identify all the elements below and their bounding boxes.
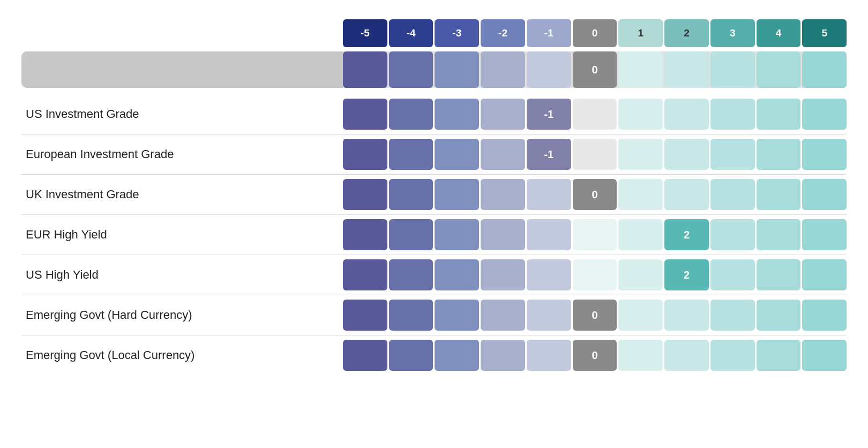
cell-pos--4 — [389, 99, 433, 130]
cell-pos-2: 2 — [664, 259, 709, 290]
cell-pos-0 — [573, 139, 617, 170]
row-label-0: US Investment Grade — [21, 107, 343, 121]
cell-pos-1 — [618, 139, 663, 170]
row-label-2: UK Investment Grade — [21, 188, 343, 201]
data-rows-container: US Investment Grade-1European Investment… — [21, 94, 847, 375]
cell-pos-1 — [618, 51, 663, 88]
row-cells-6: 0 — [343, 340, 847, 371]
row-cells-2: 0 — [343, 179, 847, 210]
cell-pos-4 — [757, 51, 801, 88]
total-row-cells: 0 — [343, 51, 847, 88]
cell-pos-0: 0 — [573, 340, 617, 371]
cell-pos-4 — [757, 300, 801, 331]
cell-pos--3 — [435, 300, 479, 331]
cell-pos--5 — [343, 300, 387, 331]
row-label-3: EUR High Yield — [21, 228, 343, 242]
scale-cell-5: 5 — [802, 19, 847, 47]
cell-pos--1 — [527, 340, 571, 371]
data-row-4: US High Yield2 — [21, 255, 847, 295]
data-row-2: UK Investment Grade0 — [21, 174, 847, 214]
cell-pos--5 — [343, 99, 387, 130]
cell-pos-3 — [710, 300, 755, 331]
cell-pos-5 — [802, 259, 847, 290]
cell-pos-1 — [618, 99, 663, 130]
cell-pos--3 — [435, 99, 479, 130]
cell-pos--4 — [389, 51, 433, 88]
cell-pos-5 — [802, 300, 847, 331]
cell-pos--2 — [481, 51, 525, 88]
cell-pos-0: 0 — [573, 51, 617, 88]
cell-pos--4 — [389, 139, 433, 170]
cell-pos-1 — [618, 340, 663, 371]
cell-pos-3 — [710, 219, 755, 250]
cell-pos-4 — [757, 179, 801, 210]
cell-pos--3 — [435, 219, 479, 250]
cell-pos--1 — [527, 179, 571, 210]
cell-pos-4 — [757, 259, 801, 290]
cell-pos--1 — [527, 51, 571, 88]
cell-pos-3 — [710, 259, 755, 290]
cell-pos--2 — [481, 99, 525, 130]
cell-pos-2 — [664, 51, 709, 88]
cell-pos-0: 0 — [573, 179, 617, 210]
cell-pos--4 — [389, 179, 433, 210]
chart-container: -5-4-3-2-1012345 0 US Investment Grade-1… — [21, 16, 847, 375]
cell-pos--4 — [389, 219, 433, 250]
scale-row: -5-4-3-2-1012345 — [21, 19, 847, 47]
cell-pos--5 — [343, 179, 387, 210]
cell-pos--1: -1 — [527, 139, 571, 170]
total-row-label — [21, 51, 343, 88]
cell-pos-3 — [710, 179, 755, 210]
cell-pos-4 — [757, 99, 801, 130]
data-row-0: US Investment Grade-1 — [21, 94, 847, 134]
cell-pos-4 — [757, 340, 801, 371]
cell-pos-1 — [618, 259, 663, 290]
scale-cell--2: -2 — [481, 19, 525, 47]
cell-pos--2 — [481, 219, 525, 250]
cell-pos--3 — [435, 51, 479, 88]
cell-pos-2 — [664, 139, 709, 170]
cell-pos-3 — [710, 99, 755, 130]
row-cells-3: 2 — [343, 219, 847, 250]
cell-pos--5 — [343, 139, 387, 170]
cell-pos--3 — [435, 340, 479, 371]
scale-cell-2: 2 — [664, 19, 709, 47]
cell-pos-3 — [710, 51, 755, 88]
cell-pos--1 — [527, 219, 571, 250]
cell-pos--1 — [527, 300, 571, 331]
cell-pos-2 — [664, 99, 709, 130]
cell-pos-4 — [757, 139, 801, 170]
scale-cell-0: 0 — [573, 19, 617, 47]
cell-pos-0: 0 — [573, 300, 617, 331]
cell-pos-2 — [664, 340, 709, 371]
data-row-3: EUR High Yield2 — [21, 214, 847, 255]
cell-pos--2 — [481, 259, 525, 290]
cell-pos-5 — [802, 99, 847, 130]
row-label-4: US High Yield — [21, 268, 343, 282]
cell-pos--3 — [435, 139, 479, 170]
cell-pos-1 — [618, 300, 663, 331]
cell-pos--1 — [527, 259, 571, 290]
cell-pos-2: 2 — [664, 219, 709, 250]
data-rows: 0 US Investment Grade-1European Investme… — [21, 51, 847, 375]
cell-pos-3 — [710, 340, 755, 371]
row-label-1: European Investment Grade — [21, 147, 343, 161]
scale-cells: -5-4-3-2-1012345 — [343, 19, 847, 47]
scale-cell--4: -4 — [389, 19, 433, 47]
cell-pos--5 — [343, 340, 387, 371]
cell-pos--4 — [389, 340, 433, 371]
cell-pos-0 — [573, 219, 617, 250]
cell-pos-0 — [573, 259, 617, 290]
data-row-6: Emerging Govt (Local Currency)0 — [21, 335, 847, 375]
cell-pos-2 — [664, 179, 709, 210]
cell-pos-0 — [573, 99, 617, 130]
cell-pos-5 — [802, 139, 847, 170]
scale-cell-3: 3 — [710, 19, 755, 47]
cell-pos-1 — [618, 179, 663, 210]
cell-pos--3 — [435, 179, 479, 210]
data-row-5: Emerging Govt (Hard Currency)0 — [21, 295, 847, 335]
row-cells-5: 0 — [343, 300, 847, 331]
cell-pos--5 — [343, 219, 387, 250]
scale-cell-4: 4 — [757, 19, 801, 47]
cell-pos-5 — [802, 340, 847, 371]
